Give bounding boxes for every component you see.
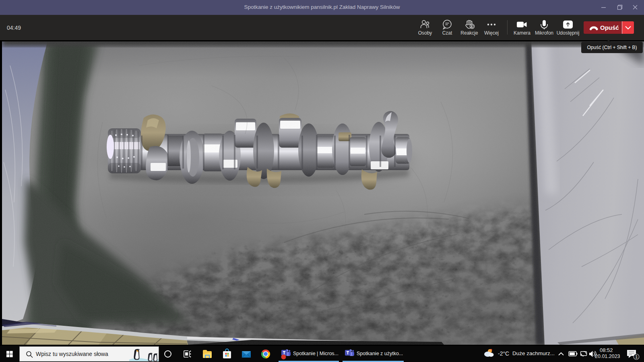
svg-text:1: 1 <box>635 355 638 359</box>
